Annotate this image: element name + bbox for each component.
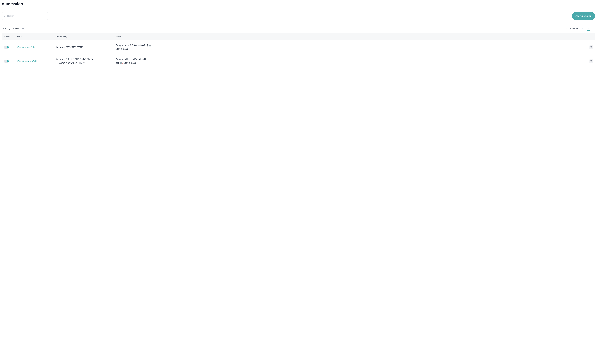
toggle-knob (7, 46, 9, 48)
enabled-toggle[interactable] (4, 46, 9, 49)
trash-icon (590, 60, 592, 62)
search-wrap (2, 12, 48, 20)
pagination: 1 - 2 of 2 items 1 (564, 27, 595, 31)
enabled-toggle[interactable] (4, 60, 9, 63)
chevron-right-icon (593, 28, 595, 30)
toolbar-row: Order by Newest 1 - 2 of 2 items 1 (2, 27, 595, 31)
pagination-page-number[interactable]: 1 (587, 27, 590, 31)
pagination-next[interactable] (593, 27, 595, 30)
trigger-text: keywords "हैलो", "हाय", "नमस्ते" (56, 45, 112, 49)
delete-button[interactable] (589, 45, 593, 49)
th-action: Action (114, 33, 586, 40)
table-row: WelcomeHindiAuto keywords "हैलो", "हाय",… (2, 40, 595, 54)
table-header-row: Enabled Name Triggered by Action (2, 33, 595, 40)
action-text: Reply with Hi, I am Fact-Checking bot! 🤖… (116, 57, 152, 65)
search-icon (3, 15, 6, 17)
table-row: WelcomeEnglishAuto keywords "HI", "Hi", … (2, 54, 595, 68)
th-name: Name (15, 33, 54, 40)
page-title: Automation (2, 2, 595, 6)
automation-table: Enabled Name Triggered by Action Welcome… (2, 33, 595, 68)
th-delete (586, 33, 595, 40)
toggle-knob (7, 60, 9, 62)
pagination-prev[interactable] (581, 27, 584, 30)
chevron-left-icon (582, 28, 583, 30)
pagination-summary: 1 - 2 of 2 items (564, 27, 578, 30)
add-automation-button[interactable]: Add Automation (572, 12, 595, 20)
th-enabled: Enabled (2, 33, 15, 40)
svg-line-1 (5, 16, 6, 17)
th-trigger: Triggered by (54, 33, 114, 40)
delete-button[interactable] (589, 59, 593, 63)
order-by-value: Newest (13, 27, 20, 30)
automation-name-link[interactable]: WelcomeHindiAuto (17, 46, 35, 48)
order-by-label: Order by (2, 27, 10, 30)
controls-row: Add Automation (2, 12, 595, 20)
svg-point-0 (4, 15, 5, 16)
trigger-text: keywords "HI", "Hi", "hi", "Hello", "hel… (56, 57, 97, 65)
order-by-control: Order by Newest (2, 27, 24, 30)
order-by-select[interactable]: Newest (13, 27, 24, 30)
automation-name-link[interactable]: WelcomeEnglishAuto (17, 60, 37, 62)
action-text: Reply with नमस्ते, मैं फैक्ट-चेकिंग बॉट … (116, 43, 154, 51)
search-input[interactable] (2, 12, 48, 20)
chevron-down-icon (22, 28, 24, 29)
trash-icon (590, 46, 592, 48)
